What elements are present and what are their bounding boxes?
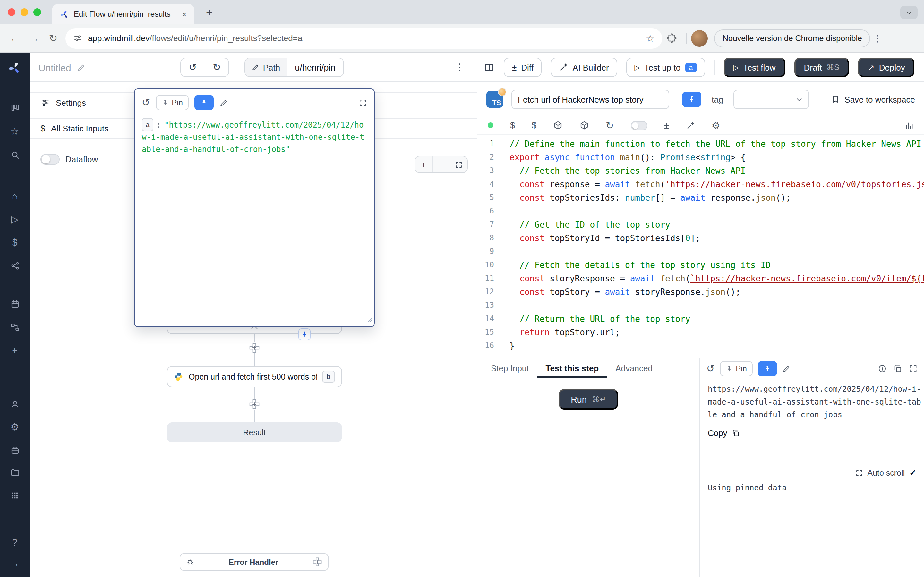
workers-briefcase-icon[interactable] [0,443,29,457]
extensions-puzzle-icon[interactable] [662,29,682,48]
result-url-text[interactable]: https://www.geoffreylitt.com/2025/04/12/… [700,379,924,421]
tab-advanced[interactable]: Advanced [607,358,661,378]
ai-wand-icon[interactable] [686,121,695,130]
profile-avatar[interactable] [691,30,708,47]
result-node[interactable]: Result [167,422,342,442]
history-icon[interactable]: ↺ [142,97,150,108]
run-button[interactable]: Run ⌘↵ [559,389,618,410]
package-cube-icon[interactable] [553,121,563,130]
help-icon[interactable]: ? [0,535,29,549]
kanban-icon[interactable] [0,101,29,115]
pin-active-button[interactable] [194,95,214,110]
user-icon[interactable] [0,397,29,411]
ai-builder-button[interactable]: AI Builder [551,58,617,77]
code-line[interactable]: 4 const response = await fetch('https://… [477,177,924,191]
result-edit-pencil-icon[interactable] [782,364,790,373]
code-line[interactable]: 14 // Return the URL of the top story [477,312,924,326]
tab-search-chevron-icon[interactable] [900,6,918,19]
address-bar[interactable]: app.windmill.dev/flows/edit/u/henri/pin_… [65,28,662,48]
flows-diagram-icon[interactable] [0,320,29,334]
path-editor[interactable]: Path u/henri/pin [244,58,344,77]
browser-tab[interactable]: Edit Flow u/henri/pin_results × [52,4,194,24]
zoom-in-button[interactable]: + [415,156,433,172]
edit-pin-pencil-icon[interactable] [220,98,228,107]
auto-scroll-row[interactable]: Auto scroll ✓ [700,464,924,482]
zoom-window-button[interactable] [33,8,41,16]
docs-book-icon[interactable] [484,62,495,73]
toolbar-kebab-icon[interactable]: ⋮ [455,61,465,73]
path-label-segment[interactable]: Path [245,58,288,76]
home-icon[interactable]: ⌂ [0,189,29,203]
test-flow-button[interactable]: ▷ Test flow [724,58,785,77]
add-error-handler-icon[interactable] [312,557,322,567]
tab-step-input[interactable]: Step Input [483,358,537,378]
editor-settings-gear-icon[interactable]: ⚙ [712,121,720,130]
code-line[interactable]: 15 return topStory.url; [477,326,924,339]
search-icon[interactable] [0,147,29,161]
copy-icon[interactable] [893,364,902,373]
copy-result-button[interactable]: Copy [700,421,924,445]
code-line[interactable]: 3 // Fetch the top stories from Hacker N… [477,164,924,177]
deploy-button[interactable]: ↗ Deploy [858,58,915,77]
back-icon[interactable]: ← [5,29,24,48]
tab-close-icon[interactable]: × [179,9,189,19]
diff-plusminus-icon[interactable]: ± [664,121,669,130]
code-editor[interactable]: 1// Define the main function to fetch th… [477,135,924,358]
minimize-window-button[interactable] [21,8,28,16]
resources-share-icon[interactable] [0,258,29,272]
info-icon[interactable] [878,364,887,373]
schedules-calendar-icon[interactable] [0,297,29,311]
code-line[interactable]: 11 const storyResponse = await fetch(`ht… [477,272,924,285]
code-line[interactable]: 12 const topStory = await storyResponse.… [477,285,924,299]
folders-icon[interactable] [0,466,29,480]
insert-step-button[interactable] [249,342,260,353]
reload-icon[interactable]: ↻ [44,29,63,48]
site-settings-icon[interactable] [73,33,83,43]
save-to-workspace-button[interactable]: Save to workspace [831,95,915,104]
expand-result-icon[interactable] [909,364,918,373]
favorites-star-icon[interactable]: ☆ [0,124,29,139]
apps-grid-icon[interactable] [0,488,29,503]
pin-button[interactable]: Pin [156,95,189,110]
code-line[interactable]: 8 const topStoryId = topStoriesIds[0]; [477,231,924,245]
expand-popup-icon[interactable] [359,98,367,107]
result-pin-active-button[interactable] [758,361,777,376]
code-line[interactable]: 1// Define the main function to fetch th… [477,137,924,151]
tag-select[interactable] [733,90,809,109]
step-title-input[interactable] [511,90,669,109]
editor-toggle[interactable] [630,121,647,130]
new-tab-button[interactable]: + [202,5,217,21]
runs-play-icon[interactable]: ▷ [0,212,29,226]
chrome-update-pill[interactable]: Nouvelle version de Chrome disponible [714,29,871,47]
code-line[interactable]: 9 [477,245,924,258]
redo-icon[interactable]: ↻ [205,58,228,76]
zoom-out-button[interactable]: − [433,156,450,172]
code-line[interactable]: 2export async function main(): Promise<s… [477,151,924,164]
code-line[interactable]: 13 [477,299,924,312]
variables-dollar-icon[interactable]: $ [510,121,515,130]
dataflow-toggle[interactable] [40,154,60,165]
create-plus-icon[interactable]: + [0,343,29,357]
code-line[interactable]: 16} [477,339,924,353]
forward-icon[interactable]: → [24,29,44,48]
header-pin-active-button[interactable] [682,92,701,107]
collapse-sidebar-icon[interactable]: → [0,556,29,570]
code-line[interactable]: 6 [477,205,924,218]
diff-button[interactable]: ± Diff [504,58,542,77]
bookmark-star-icon[interactable]: ☆ [646,32,654,44]
step-a-pin-badge-icon[interactable] [298,328,310,340]
code-line[interactable]: 7 // Get the ID of the top story [477,218,924,231]
browser-menu-kebab-icon[interactable]: ⋮ [871,33,885,43]
close-window-button[interactable] [8,8,15,16]
box-cube-icon[interactable] [580,121,589,130]
resources-dollar-icon[interactable]: $ [531,121,536,130]
tab-test-this-step[interactable]: Test this step [537,358,607,378]
settings-gear-icon[interactable]: ⚙ [0,420,29,434]
draft-button[interactable]: Draft ⌘S [795,58,849,77]
undo-icon[interactable]: ↺ [181,58,205,76]
code-line[interactable]: 5 const topStoriesIds: number[] = await … [477,191,924,205]
windmill-logo-icon[interactable] [0,61,29,75]
edit-title-pencil-icon[interactable] [77,63,86,71]
step-b-node[interactable]: Open url and fetch first 500 words of ..… [167,366,342,387]
test-up-to-button[interactable]: ▷ Test up to a [626,58,705,77]
